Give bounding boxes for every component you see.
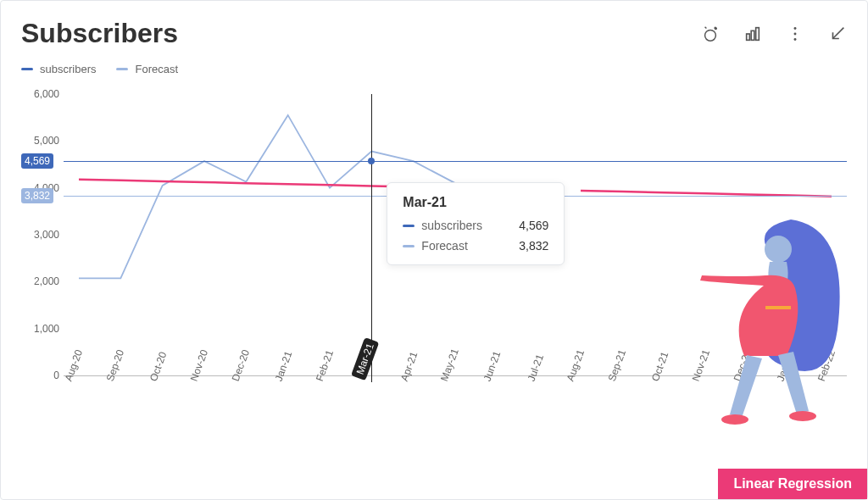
- chart-card: Subscribers subscribers: [0, 0, 868, 500]
- svg-rect-4: [756, 27, 760, 40]
- chart-header: Subscribers: [21, 18, 847, 49]
- plot-area[interactable]: 01,0002,0003,0004,0005,0006,0004,5693,83…: [64, 94, 847, 376]
- legend-label-subscribers: subscribers: [40, 63, 96, 75]
- chart-toolbar: [701, 25, 847, 43]
- value-badge-forecast: 3,832: [21, 188, 53, 203]
- svg-point-0: [705, 30, 716, 41]
- chart-area: 01,0002,0003,0004,0005,0006,0004,5693,83…: [21, 94, 847, 474]
- svg-rect-3: [751, 31, 754, 40]
- y-axis-tick: 5,000: [21, 135, 59, 147]
- y-axis-tick: 2,000: [21, 275, 59, 287]
- y-axis-tick: 1,000: [21, 323, 59, 335]
- legend-item-subscribers[interactable]: subscribers: [21, 63, 96, 75]
- highlight-vertical-line: [371, 94, 372, 382]
- y-axis-tick: 3,000: [21, 229, 59, 241]
- tooltip-row-forecast: Forecast3,832: [403, 239, 548, 253]
- legend-item-forecast[interactable]: Forecast: [116, 63, 178, 75]
- chart-title: Subscribers: [21, 18, 178, 49]
- legend-swatch-subscribers: [21, 68, 33, 70]
- legend-label-forecast: Forecast: [135, 63, 178, 75]
- highlight-point: [368, 158, 375, 164]
- alerts-icon[interactable]: [701, 25, 720, 43]
- svg-point-1: [715, 27, 717, 29]
- more-icon[interactable]: [786, 25, 804, 43]
- value-badge-subscribers: 4,569: [21, 153, 53, 169]
- legend-swatch-forecast: [116, 68, 128, 70]
- y-axis-tick: 6,000: [21, 88, 59, 100]
- tooltip-title: Mar-21: [403, 195, 548, 210]
- y-axis-tick: 0: [21, 369, 59, 381]
- guide-line-subscribers: [64, 161, 847, 162]
- tooltip-row-subscribers: subscribers4,569: [403, 219, 548, 232]
- chart-type-icon[interactable]: [743, 25, 762, 43]
- svg-point-6: [794, 32, 797, 35]
- chart-legend: subscribers Forecast: [21, 63, 847, 75]
- svg-point-7: [794, 37, 797, 40]
- svg-rect-2: [747, 34, 750, 40]
- collapse-icon[interactable]: [828, 25, 847, 43]
- linear-regression-button[interactable]: Linear Regression: [718, 469, 867, 499]
- svg-point-5: [794, 27, 797, 30]
- chart-tooltip: Mar-21subscribers4,569Forecast3,832: [387, 182, 565, 265]
